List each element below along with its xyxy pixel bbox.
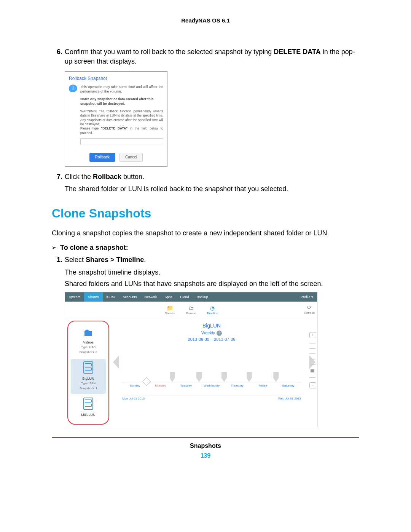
step-6-text-a: Confirm that you want to roll back to th… (65, 48, 274, 56)
day-labels: Sunday Monday Tuesday Wednesday Thursday… (122, 384, 301, 388)
snapshot-marker[interactable] (273, 372, 279, 382)
tab-backup[interactable]: Backup (193, 292, 212, 302)
arrow-icon: ➢ (52, 243, 56, 252)
tab-system[interactable]: System (65, 292, 84, 302)
share-type: Type: NAS (71, 345, 106, 350)
expand-icon[interactable]: ↕ (217, 331, 222, 336)
share-name: BigLUN (71, 376, 106, 381)
share-type: Type: SAN (71, 382, 106, 386)
month-end: Wed Jul 31 2013 (278, 397, 301, 401)
proc-step-1-text-b: . (144, 256, 146, 264)
rollback-button[interactable]: Rollback (89, 153, 115, 162)
tab-iscsi[interactable]: iSCSI (103, 292, 119, 302)
month-start: Mon Jul 01 2013 (122, 397, 145, 401)
timeline-range: 2013-06-30 – 2013-07-06 (115, 337, 308, 342)
tool-timeline[interactable]: ◔Timeline (202, 305, 223, 316)
zoom-tick (309, 343, 315, 343)
doc-header: ReadyNAS OS 6.1 (52, 17, 359, 24)
tool-browse[interactable]: 🗂Browse (180, 305, 202, 316)
folder-icon: 📁 (159, 305, 180, 312)
day-thu: Thursday (225, 384, 250, 388)
tool-browse-label: Browse (186, 312, 196, 315)
day-tue: Tuesday (173, 384, 199, 388)
browse-icon: 🗂 (180, 305, 202, 312)
timeline-panel: BigLUN Weekly↕ 2013-06-30 – 2013-07-06 S… (112, 319, 317, 427)
month-range: Mon Jul 01 2013 Wed Jul 31 2013 (122, 395, 301, 401)
zoom-tick (309, 359, 315, 359)
step-7-bold: Rollback (93, 173, 121, 181)
timeline-track[interactable] (122, 361, 301, 382)
proc-step-1: 1. Select Shares > Timeline. (52, 255, 359, 264)
tab-network[interactable]: Network (141, 292, 161, 302)
procedure-heading: ➢ To clone a snapshot: (52, 243, 359, 252)
toolbar: 📁Shares 🗂Browse ◔Timeline ⟳Refresh (65, 302, 317, 319)
zoom-tick (309, 364, 315, 365)
step-6-bold: DELETE DATA (274, 48, 320, 56)
share-name: LittleLUN (71, 412, 106, 417)
zoom-controls: + − (309, 332, 316, 388)
tab-shares[interactable]: Shares (84, 292, 103, 302)
tab-cloud[interactable]: Cloud (176, 292, 193, 302)
dialog-note-text: Note: Any snapshot or data created after… (80, 97, 153, 105)
day-sun: Sunday (122, 384, 148, 388)
tab-accounts[interactable]: Accounts (119, 292, 141, 302)
dialog-warn1: WARNING! The rollback function permanent… (80, 109, 163, 126)
proc-step-1-after2: Shared folders and LUNs that have snapsh… (65, 279, 359, 288)
share-snaps: Snapshots: 2 (71, 350, 106, 355)
lun-icon (83, 398, 93, 410)
step-7-number: 7. (52, 172, 62, 181)
share-item-littlelun[interactable]: LittleLUN (71, 395, 106, 420)
procedure-title: To clone a snapshot: (60, 243, 128, 252)
step-7-text-a: Click the (65, 173, 93, 181)
zoom-tick (309, 377, 315, 378)
zoom-in-button[interactable]: + (309, 332, 316, 338)
dialog-title: Rollback Snapshot (69, 75, 163, 81)
dialog-warn2a: Please type (80, 126, 101, 130)
step-6-text: Confirm that you want to roll back to th… (65, 47, 359, 66)
footer-label: Snapshots (52, 442, 359, 450)
dialog-warning: WARNING! The rollback function permanent… (80, 109, 163, 136)
nav-tabs: System Shares iSCSI Accounts Network App… (65, 292, 317, 302)
folder-icon: 🖿 (71, 326, 106, 339)
zoom-out-button[interactable]: − (309, 382, 316, 388)
tool-timeline-label: Timeline (207, 312, 218, 315)
confirm-input[interactable] (80, 138, 163, 145)
share-list: 🖿 Videos Type: NAS Snapshots: 2 BigLUN T… (67, 321, 109, 425)
page-number: 139 (52, 452, 359, 460)
dialog-note: Note: Any snapshot or data created after… (80, 97, 163, 106)
day-wed: Wednesday (199, 384, 224, 388)
snapshot-marker[interactable] (221, 372, 227, 382)
proc-step-1-bold: Shares > Timeline (86, 256, 144, 264)
step-7-text-b: button. (121, 173, 144, 181)
step-6-number: 6. (52, 47, 62, 66)
dialog-warn2b: "DELETE DATA" (101, 126, 127, 130)
snapshot-marker[interactable] (170, 372, 175, 382)
share-snaps: Snapshots: 1 (71, 387, 106, 391)
day-mon: Monday (148, 384, 173, 388)
rollback-dialog-screenshot: Rollback Snapshot ! This operation may t… (65, 71, 167, 167)
timeline-screenshot: System Shares iSCSI Accounts Network App… (65, 292, 317, 427)
tool-shares[interactable]: 📁Shares (159, 305, 180, 316)
tab-apps[interactable]: Apps (161, 292, 177, 302)
info-icon: ! (69, 85, 77, 92)
tool-refresh[interactable]: ⟳Refresh (304, 304, 315, 315)
page-footer: Snapshots 139 (52, 442, 359, 460)
tool-refresh-label: Refresh (304, 311, 315, 315)
section-heading: Clone Snapshots (52, 205, 359, 222)
step-7-result: The shared folder or LUN is rolled back … (65, 184, 359, 193)
intro-paragraph: Cloning a snapshot copies the snapshot t… (52, 228, 359, 238)
snapshot-marker[interactable] (247, 372, 252, 382)
zoom-tick (309, 348, 315, 349)
zoom-tick (309, 353, 315, 354)
zoom-thumb[interactable] (311, 369, 314, 372)
share-item-videos[interactable]: 🖿 Videos Type: NAS Snapshots: 2 (71, 324, 106, 358)
snapshot-marker[interactable] (196, 372, 202, 382)
day-fri: Friday (250, 384, 276, 388)
cancel-button[interactable]: Cancel (119, 153, 143, 162)
step-7: 7. Click the Rollback button. (52, 172, 359, 181)
share-name: Videos (71, 340, 106, 345)
share-item-biglun[interactable]: BigLUN Type: SAN Snapshots: 1 (71, 359, 106, 394)
profile-menu[interactable]: Profile ▾ (297, 292, 317, 302)
prev-arrow-icon[interactable] (113, 355, 119, 369)
clock-icon: ◔ (202, 305, 223, 312)
